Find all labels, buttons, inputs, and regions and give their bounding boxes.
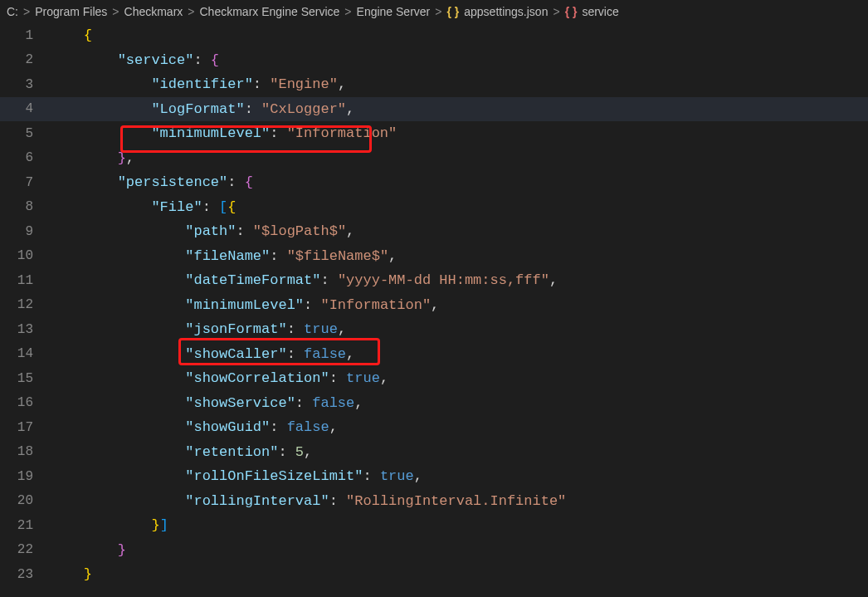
code-content[interactable]: "LogFormat": "CxLogger",: [50, 97, 354, 122]
code-line[interactable]: 18 "retention": 5,: [0, 440, 868, 465]
code-content[interactable]: "path": "$logPath$",: [50, 219, 354, 244]
breadcrumb-item[interactable]: Engine Server: [357, 5, 431, 18]
code-line[interactable]: 13 "jsonFormat": true,: [0, 317, 868, 342]
code-line[interactable]: 16 "showService": false,: [0, 391, 868, 416]
breadcrumb-item[interactable]: Program Files: [35, 5, 107, 18]
code-content[interactable]: }]: [50, 513, 168, 538]
code-content[interactable]: "retention": 5,: [50, 440, 312, 465]
token: :: [320, 272, 337, 288]
code-content[interactable]: "service": {: [50, 48, 219, 73]
code-content[interactable]: {: [50, 23, 92, 48]
breadcrumb-item[interactable]: C:: [7, 5, 18, 18]
line-number: 17: [0, 420, 50, 435]
token: ,: [346, 346, 354, 362]
token: }: [151, 517, 159, 533]
token: ,: [329, 419, 338, 435]
line-number: 7: [0, 175, 50, 190]
token: {: [227, 199, 236, 215]
token: {: [211, 52, 219, 68]
code-content[interactable]: "rollOnFileSizeLimit": true,: [50, 464, 422, 489]
code-content[interactable]: "rollingInterval": "RollingInterval.Infi…: [50, 489, 566, 514]
line-number: 9: [0, 224, 50, 239]
token: :: [287, 321, 304, 337]
code-line[interactable]: 4 "LogFormat": "CxLogger",: [0, 97, 868, 122]
code-content[interactable]: "File": [{: [50, 195, 236, 220]
code-content[interactable]: "identifier": "Engine",: [50, 72, 346, 97]
code-content[interactable]: "fileName": "$fileName$",: [50, 244, 397, 269]
code-content[interactable]: },: [50, 146, 134, 171]
code-line[interactable]: 17 "showGuid": false,: [0, 415, 868, 440]
token: ,: [414, 468, 422, 484]
code-line[interactable]: 15 "showCorrelation": true,: [0, 366, 868, 391]
token: :: [270, 125, 286, 141]
code-line[interactable]: 20 "rollingInterval": "RollingInterval.I…: [0, 489, 868, 514]
code-line[interactable]: 11 "dateTimeFormat": "yyyy-MM-dd HH:mm:s…: [0, 268, 868, 293]
code-line[interactable]: 19 "rollOnFileSizeLimit": true,: [0, 464, 868, 489]
token: "minimumLevel": [185, 297, 304, 313]
code-line[interactable]: 2 "service": {: [0, 48, 868, 73]
code-content[interactable]: }: [50, 538, 126, 563]
breadcrumb-item[interactable]: Checkmarx Engine Service: [200, 5, 340, 18]
code-line[interactable]: 10 "fileName": "$fileName$",: [0, 244, 868, 269]
code-content[interactable]: "showCaller": false,: [50, 342, 354, 367]
code-line[interactable]: 21 }]: [0, 513, 868, 538]
line-number: 20: [0, 493, 50, 508]
token: "showService": [185, 395, 295, 411]
code-line[interactable]: 23 }: [0, 562, 868, 587]
code-content[interactable]: }: [50, 562, 92, 587]
line-number: 5: [0, 126, 50, 141]
token: "fileName": [185, 248, 270, 264]
code-content[interactable]: "showCorrelation": true,: [50, 366, 388, 391]
code-line[interactable]: 22 }: [0, 538, 868, 563]
token: :: [245, 101, 261, 117]
token: "Information": [320, 297, 431, 313]
token: 5: [295, 444, 304, 460]
token: ,: [304, 444, 312, 460]
breadcrumb[interactable]: C: > Program Files > Checkmarx > Checkma…: [0, 0, 868, 23]
code-line[interactable]: 1 {: [0, 23, 868, 48]
code-editor[interactable]: 1 {2 "service": {3 "identifier": "Engine…: [0, 23, 868, 587]
code-line[interactable]: 6 },: [0, 146, 868, 171]
token: :: [363, 468, 379, 484]
code-line[interactable]: 9 "path": "$logPath$",: [0, 219, 868, 244]
code-line[interactable]: 7 "persistence": {: [0, 170, 868, 195]
chevron-right-icon: >: [344, 5, 351, 18]
token: :: [295, 395, 312, 411]
code-content[interactable]: "minimumLevel": "Information",: [50, 293, 439, 318]
line-number: 10: [0, 248, 50, 263]
token: ,: [354, 395, 363, 411]
token: "persistence": [118, 174, 228, 190]
line-number: 16: [0, 395, 50, 410]
token: ,: [388, 248, 397, 264]
code-line[interactable]: 14 "showCaller": false,: [0, 342, 868, 367]
code-line[interactable]: 3 "identifier": "Engine",: [0, 72, 868, 97]
token: :: [329, 493, 346, 509]
line-number: 3: [0, 77, 50, 92]
breadcrumb-item[interactable]: Checkmarx: [124, 5, 183, 18]
token: {: [84, 27, 92, 43]
code-content[interactable]: "showGuid": false,: [50, 415, 338, 440]
token: {: [245, 174, 253, 190]
token: false: [304, 346, 346, 362]
line-number: 22: [0, 542, 50, 557]
code-line[interactable]: 12 "minimumLevel": "Information",: [0, 293, 868, 318]
code-content[interactable]: "persistence": {: [50, 170, 253, 195]
breadcrumb-item[interactable]: appsettings.json: [464, 5, 548, 18]
code-line[interactable]: 5 "minimumLevel": "Information": [0, 121, 868, 146]
token: :: [304, 297, 320, 313]
chevron-right-icon: >: [435, 5, 441, 18]
code-content[interactable]: "showService": false,: [50, 391, 363, 416]
breadcrumb-item[interactable]: service: [582, 5, 618, 18]
code-content[interactable]: "minimumLevel": "Information": [50, 121, 397, 146]
token: true: [346, 370, 380, 386]
token: }: [84, 566, 92, 582]
token: ,: [346, 223, 354, 239]
line-number: 11: [0, 273, 50, 288]
code-content[interactable]: "jsonFormat": true,: [50, 317, 346, 342]
token: "path": [185, 223, 236, 239]
token: :: [227, 174, 244, 190]
token: "showCorrelation": [185, 370, 329, 386]
code-line[interactable]: 8 "File": [{: [0, 195, 868, 220]
line-number: 14: [0, 346, 50, 361]
code-content[interactable]: "dateTimeFormat": "yyyy-MM-dd HH:mm:ss,f…: [50, 268, 558, 293]
